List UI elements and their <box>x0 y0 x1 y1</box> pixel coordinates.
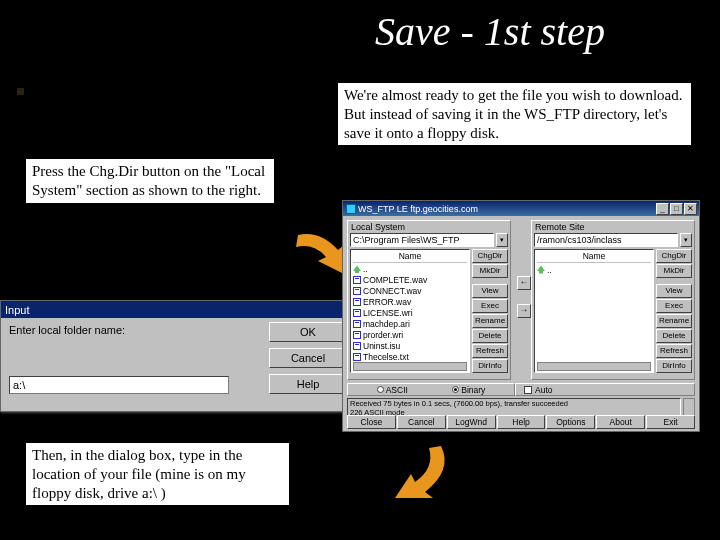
remote-side-buttons: ChgDir MkDir View Exec Rename Delete Ref… <box>656 249 692 373</box>
exit-button[interactable]: Exit <box>646 415 695 429</box>
view-button[interactable]: View <box>472 284 508 298</box>
options-button[interactable]: Options <box>546 415 595 429</box>
mkdir-button[interactable]: MkDir <box>472 264 508 278</box>
transfer-mode-row: ASCII Binary Auto <box>347 383 695 396</box>
input-dialog: Input ✕ Enter local folder name: OK Canc… <box>0 300 360 412</box>
list-item[interactable]: machdep.ari <box>353 318 467 329</box>
local-title: Local System <box>348 221 510 233</box>
delete-button[interactable]: Delete <box>472 329 508 343</box>
chevron-down-icon[interactable]: ▾ <box>496 233 508 247</box>
list-item[interactable]: Thecelse.txt <box>353 351 467 362</box>
remote-panel: Remote Site /ramon/cs103/inclass ▾ Name … <box>531 220 695 380</box>
wsftp-window: WS_FTP LE ftp.geocities.com _ □ ✕ Local … <box>342 200 700 432</box>
folder-input[interactable] <box>9 376 229 394</box>
exec-button[interactable]: Exec <box>472 299 508 313</box>
file-icon <box>353 298 361 306</box>
download-button[interactable]: ← <box>517 276 531 290</box>
view-button[interactable]: View <box>656 284 692 298</box>
file-icon <box>353 309 361 317</box>
list-item[interactable]: CONNECT.wav <box>353 286 467 297</box>
file-icon <box>353 353 361 361</box>
step2-text: Then, in the dialog box, type in the loc… <box>25 442 290 506</box>
step1-text: Press the Chg.Dir button on the "Local S… <box>25 158 275 204</box>
delete-button[interactable]: Delete <box>656 329 692 343</box>
auto-checkbox[interactable] <box>524 386 532 394</box>
chgdir-button[interactable]: ChgDir <box>656 249 692 263</box>
about-button[interactable]: About <box>596 415 645 429</box>
refresh-button[interactable]: Refresh <box>472 344 508 358</box>
dialog-title: Input <box>5 304 29 316</box>
local-path[interactable]: C:\Program Files\WS_FTP <box>350 233 494 247</box>
close-button[interactable]: Close <box>347 415 396 429</box>
remote-title: Remote Site <box>532 221 694 233</box>
list-item[interactable]: ERROR.wav <box>353 297 467 308</box>
refresh-button[interactable]: Refresh <box>656 344 692 358</box>
app-icon <box>346 204 356 214</box>
local-side-buttons: ChgDir MkDir View Exec Rename Delete Ref… <box>472 249 508 373</box>
mkdir-button[interactable]: MkDir <box>656 264 692 278</box>
up-icon <box>537 266 545 274</box>
list-item[interactable]: .. <box>537 264 651 275</box>
file-icon <box>353 331 361 339</box>
scrollbar-h[interactable] <box>353 362 467 371</box>
arrow-to-chgdir <box>290 225 350 280</box>
upload-button[interactable]: → <box>517 304 531 318</box>
list-item[interactable]: prorder.wri <box>353 329 467 340</box>
exec-button[interactable]: Exec <box>656 299 692 313</box>
dirinfo-button[interactable]: DirInfo <box>656 359 692 373</box>
maximize-icon[interactable]: □ <box>670 203 683 215</box>
list-item[interactable]: Uninst.isu <box>353 340 467 351</box>
help-button[interactable]: Help <box>269 374 347 394</box>
wsftp-title: WS_FTP LE ftp.geocities.com <box>358 204 478 214</box>
rename-button[interactable]: Rename <box>472 314 508 328</box>
remote-path[interactable]: /ramon/cs103/inclass <box>534 233 678 247</box>
bullet-dot <box>17 88 24 95</box>
file-icon <box>353 276 361 284</box>
ok-button[interactable]: OK <box>269 322 347 342</box>
rename-button[interactable]: Rename <box>656 314 692 328</box>
file-icon <box>353 287 361 295</box>
local-hdr-name: Name <box>353 251 467 263</box>
binary-radio[interactable] <box>452 386 459 393</box>
slide-title: Save - 1st step <box>0 0 720 59</box>
dialog-titlebar: Input ✕ <box>1 301 359 318</box>
minimize-icon[interactable]: _ <box>656 203 669 215</box>
file-icon <box>353 320 361 328</box>
list-item[interactable]: COMPLETE.wav <box>353 275 467 286</box>
dialog-label: Enter local folder name: <box>9 324 125 336</box>
remote-file-list[interactable]: Name .. <box>534 249 654 373</box>
close-icon[interactable]: ✕ <box>684 203 697 215</box>
remote-hdr-name: Name <box>537 251 651 263</box>
cancel-button[interactable]: Cancel <box>269 348 347 368</box>
wsftp-titlebar: WS_FTP LE ftp.geocities.com _ □ ✕ <box>343 201 699 216</box>
local-file-list[interactable]: Name .. COMPLETE.wav CONNECT.wav ERROR.w… <box>350 249 470 373</box>
scrollbar-h[interactable] <box>537 362 651 371</box>
list-item[interactable]: LICENSE.wri <box>353 308 467 319</box>
arrow-to-dialog <box>383 440 463 510</box>
file-icon <box>353 342 361 350</box>
cancel-button[interactable]: Cancel <box>397 415 446 429</box>
bottom-button-row: Close Cancel LogWnd Help Options About E… <box>347 415 695 429</box>
chevron-down-icon[interactable]: ▾ <box>680 233 692 247</box>
dirinfo-button[interactable]: DirInfo <box>472 359 508 373</box>
local-panel: Local System C:\Program Files\WS_FTP ▾ N… <box>347 220 511 380</box>
chgdir-button[interactable]: ChgDir <box>472 249 508 263</box>
logwnd-button[interactable]: LogWnd <box>447 415 496 429</box>
help-button[interactable]: Help <box>497 415 546 429</box>
transfer-buttons: ← → <box>517 276 531 318</box>
ascii-radio[interactable] <box>377 386 384 393</box>
list-item[interactable]: .. <box>353 264 467 275</box>
up-icon <box>353 265 361 273</box>
intro-text: We're almost ready to get the file you w… <box>337 82 692 146</box>
